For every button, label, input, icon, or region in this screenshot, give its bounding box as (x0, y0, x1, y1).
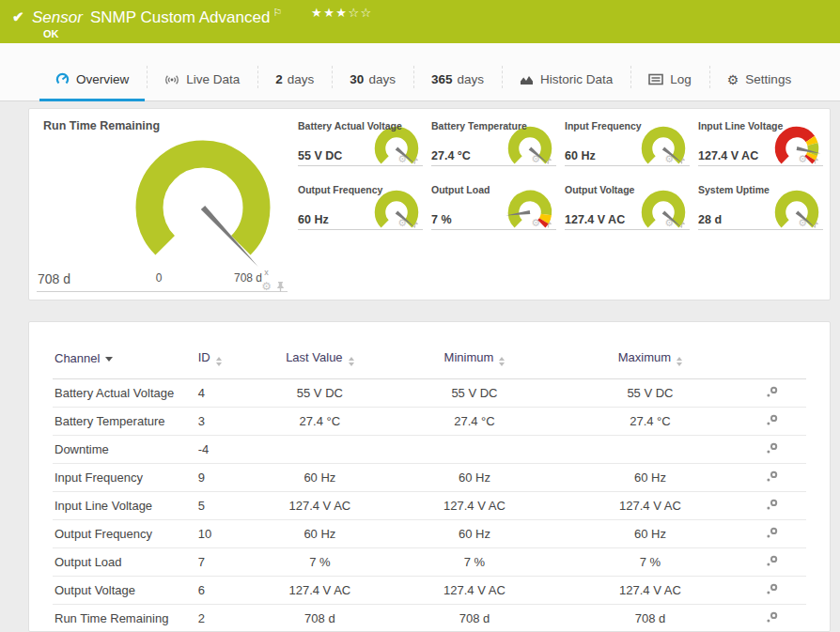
gauge-arc (637, 186, 690, 239)
cell-last-value: 127.4 V AC (255, 492, 386, 520)
sort-both-icon (677, 357, 682, 366)
gauge-value: 127.4 V AC (565, 213, 625, 226)
gauge-value: 27.4 °C (431, 149, 471, 162)
cell-channel: Output Voltage (53, 577, 198, 605)
tab-settings[interactable]: ⚙Settings (709, 72, 809, 100)
main-gauge: Run Time Remaining x 0 708 d 708 d ⚙ (29, 109, 295, 300)
cell-minimum: 60 Hz (385, 520, 563, 548)
table-header-row: ChannelIDLast ValueMinimumMaximum (53, 341, 806, 379)
channel-settings-icon[interactable] (766, 470, 778, 483)
tab-bar: OverviewLive Data2days30days365daysHisto… (0, 43, 840, 101)
cell-minimum: 60 Hz (385, 464, 563, 492)
tab-label: days (288, 72, 315, 86)
column-label: Last Value (286, 350, 342, 364)
cell-minimum: 127.4 V AC (385, 577, 563, 605)
gauge-title: Battery Temperature (431, 120, 527, 131)
channel-settings-icon[interactable] (766, 414, 778, 426)
cell-id: 3 (198, 408, 255, 436)
sensor-status-badge: OK (43, 28, 59, 39)
priority-flag-icon: ⚐ (272, 7, 282, 18)
cell-channel: Downtime (53, 436, 198, 464)
tab-log[interactable]: Log (630, 72, 709, 100)
cell-last-value: 60 Hz (255, 520, 386, 548)
channel-settings-icon[interactable] (766, 499, 778, 511)
cell-last-value: 60 Hz (255, 464, 386, 492)
stars-empty: ☆☆ (348, 6, 372, 20)
gear-icon: ⚙ (727, 73, 739, 86)
column-header-channel[interactable]: Channel (53, 341, 198, 379)
channel-row-8[interactable]: Run Time Remaining2708 d708 d708 d (53, 605, 806, 632)
chart-icon (520, 73, 534, 86)
channel-row-2[interactable]: Downtime-4 (53, 436, 806, 464)
cell-maximum: 55 V DC (564, 379, 738, 408)
cell-id: 7 (198, 548, 255, 577)
cell-id: 4 (198, 379, 255, 408)
sort-both-icon (216, 357, 222, 366)
channel-settings-icon[interactable] (766, 555, 778, 567)
tab-historic-data[interactable]: Historic Data (502, 72, 630, 100)
cell-id: 6 (198, 577, 255, 605)
gauge-value: 127.4 V AC (698, 149, 758, 162)
channel-row-3[interactable]: Input Frequency960 Hz60 Hz60 Hz (53, 464, 806, 492)
sensor-title-line: SensorSNMP Custom Advanced⚐ (32, 7, 282, 27)
tab-label: days (368, 72, 396, 86)
main-gauge-scale-max: 708 d (234, 271, 262, 285)
gauge-arc (770, 186, 823, 239)
channel-row-4[interactable]: Input Line Voltage5127.4 V AC127.4 V AC1… (53, 492, 806, 520)
channel-settings-icon[interactable] (766, 611, 778, 624)
cell-maximum: 127.4 V AC (564, 492, 738, 520)
channel-row-1[interactable]: Battery Temperature327.4 °C27.4 °C27.4 °… (53, 408, 806, 436)
status-check-icon: ✔ (12, 8, 24, 25)
cell-last-value: 55 V DC (255, 379, 386, 408)
column-header-maximum[interactable]: Maximum (564, 341, 738, 379)
channel-row-6[interactable]: Output Load77 %7 %7 % (53, 548, 806, 577)
tab-365-days[interactable]: 365days (413, 72, 502, 100)
cell-maximum: 27.4 °C (564, 408, 738, 436)
column-header-tools (737, 341, 806, 379)
column-header-last-value[interactable]: Last Value (255, 341, 386, 379)
channel-settings-icon[interactable] (766, 527, 778, 539)
priority-stars[interactable]: ★★★☆☆ (311, 6, 373, 20)
tab-number: 30 (350, 72, 364, 86)
tab-overview[interactable]: Overview (38, 72, 147, 100)
gauge-value: 60 Hz (298, 213, 329, 226)
tab-label: Live Data (186, 72, 240, 86)
gauge-value: 28 d (698, 213, 722, 226)
column-header-id[interactable]: ID (198, 341, 255, 379)
gear-icon[interactable]: ⚙ (261, 281, 272, 292)
channel-settings-icon[interactable] (766, 442, 778, 455)
gauge-icon (55, 72, 70, 86)
gauge-dial (770, 186, 823, 242)
cell-channel: Battery Actual Voltage (53, 379, 198, 408)
gauge-cell-output-load: Output Load 7 % ⚙ (428, 177, 561, 239)
channel-row-0[interactable]: Battery Actual Voltage455 V DC55 V DC55 … (53, 379, 806, 408)
gauge-title: Input Frequency (565, 120, 642, 131)
cell-last-value: 7 % (255, 548, 386, 577)
cell-minimum: 7 % (385, 548, 563, 577)
cell-minimum (385, 436, 563, 464)
pin-icon[interactable] (276, 281, 285, 292)
channel-row-5[interactable]: Output Frequency1060 Hz60 Hz60 Hz (53, 520, 806, 548)
column-label: Minimum (444, 350, 494, 364)
cell-minimum: 127.4 V AC (385, 492, 563, 520)
cell-channel: Run Time Remaining (53, 605, 198, 632)
tab-label: Settings (745, 72, 791, 86)
channel-settings-icon[interactable] (766, 386, 778, 398)
column-label: Channel (54, 351, 100, 365)
channel-settings-icon[interactable] (766, 583, 778, 595)
main-gauge-value: 708 d (38, 271, 70, 286)
gauge-title: Output Voltage (565, 184, 634, 195)
cell-id: -4 (198, 436, 255, 464)
gauge-cell-battery-actual-voltage: Battery Actual Voltage 55 V DC ⚙ (295, 114, 428, 176)
gauge-title: Output Load (431, 184, 490, 195)
column-label: ID (198, 350, 210, 364)
channel-row-7[interactable]: Output Voltage6127.4 V AC127.4 V AC127.4… (53, 577, 806, 605)
tab-30-days[interactable]: 30days (332, 72, 413, 100)
tab-number: 2 (275, 72, 283, 86)
column-header-minimum[interactable]: Minimum (385, 341, 563, 379)
tab-live-data[interactable]: Live Data (147, 72, 257, 100)
page-content: Run Time Remaining x 0 708 d 708 d ⚙ Bat… (0, 101, 840, 632)
tab-2-days[interactable]: 2days (257, 72, 332, 100)
sort-both-icon (349, 357, 354, 366)
live-icon (164, 73, 179, 86)
